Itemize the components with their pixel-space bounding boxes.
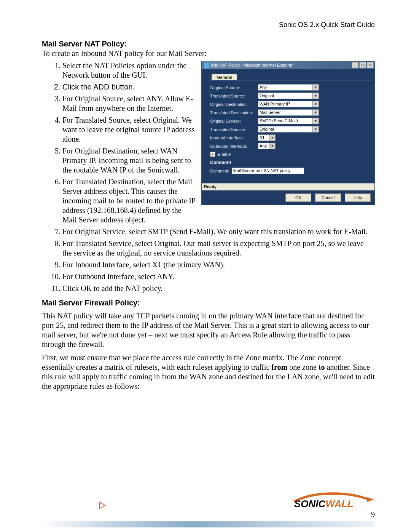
label-original-service: Original Service: <box>210 119 258 123</box>
value-outbound-interface: Any <box>258 143 269 149</box>
status-bar: Ready <box>202 183 374 190</box>
chevron-down-icon: ▼ <box>312 93 319 99</box>
doc-header: Sonic OS 2.x Quick Start Guide <box>42 21 375 29</box>
chevron-down-icon: ▼ <box>312 126 319 132</box>
decorative-gradient-bar <box>42 521 375 527</box>
page-number: 9 <box>42 510 375 519</box>
value-original-source: Any <box>258 85 312 90</box>
value-translated-destination: Mail Server <box>258 110 312 115</box>
ie-icon <box>203 62 209 68</box>
minimize-button[interactable]: _ <box>352 62 358 68</box>
section-heading-nat: Mail Server NAT Policy: <box>42 40 375 48</box>
select-translated-destination[interactable]: Mail Server ▼ <box>258 109 319 116</box>
value-translated-source: Original <box>258 93 312 99</box>
nat-policy-dialog: Add NAT Policy - Microsoft Internet Expl… <box>201 61 375 205</box>
chevron-down-icon: ▼ <box>312 85 319 90</box>
firewall-para-2: First, we must ensure that we place the … <box>42 353 375 391</box>
value-translated-service: Original <box>258 126 312 132</box>
dialog-title: Add NAT Policy - Microsoft Internet Expl… <box>211 63 351 67</box>
select-outbound-interface[interactable]: Any ▼ <box>258 143 276 149</box>
label-enable: Enable <box>218 152 231 157</box>
ok-button[interactable]: OK <box>285 193 311 202</box>
fw-p2-from: from <box>271 363 287 371</box>
label-original-source: Original Source: <box>210 85 258 90</box>
select-original-service[interactable]: SMTP (Send E-Mail) ▼ <box>258 118 319 124</box>
label-outbound-interface: Outbound Interface: <box>210 144 258 149</box>
help-button[interactable]: Help <box>345 193 371 202</box>
label-translated-source: Translated Source: <box>210 94 258 98</box>
maximize-button[interactable]: ▢ <box>359 62 366 68</box>
label-comment: Comment: <box>210 169 229 173</box>
value-original-destination: WAN Primary IP <box>258 101 312 107</box>
checkbox-enable[interactable]: ✔ <box>210 152 215 157</box>
select-original-destination[interactable]: WAN Primary IP ▼ <box>258 101 319 107</box>
cancel-button[interactable]: Cancel <box>315 193 341 202</box>
logo-text-wall: WALL <box>325 498 354 510</box>
chevron-down-icon: ▼ <box>312 110 319 115</box>
label-translated-destination: Translated Destination: <box>210 110 258 115</box>
select-inbound-interface[interactable]: X1 ▼ <box>258 134 276 141</box>
step-9: For Inbound Interface, select X1 (the pr… <box>62 260 375 270</box>
value-original-service: SMTP (Send E-Mail) <box>258 118 312 124</box>
label-translated-service: Translated Service: <box>210 127 258 132</box>
value-inbound-interface: X1 <box>258 135 269 141</box>
select-translated-service[interactable]: Original ▼ <box>258 126 319 133</box>
logo-text-sonic: SONIC <box>294 498 326 510</box>
close-button[interactable]: ✕ <box>367 62 374 68</box>
chevron-down-icon: ▼ <box>312 118 319 124</box>
comment-heading: Comment <box>210 160 370 165</box>
step-11: Click OK to add the NAT policy. <box>62 284 375 293</box>
svg-text:SONICWALL: SONICWALL <box>294 498 354 510</box>
label-inbound-interface: Inbound Interface: <box>210 136 258 140</box>
nat-intro: To create an Inbound NAT policy for our … <box>42 49 375 58</box>
firewall-para-1: This NAT policy will take any TCP packet… <box>42 311 375 349</box>
step-10: For Outbound Interface, select ANY. <box>62 272 375 281</box>
sonicwall-logo: SONICWALL <box>291 488 375 510</box>
section-heading-firewall: Mail Server Firewall Policy: <box>42 299 375 307</box>
select-translated-source[interactable]: Original ▼ <box>258 93 319 99</box>
fw-p2-c: one zone <box>287 363 319 371</box>
fw-p2-to: to <box>319 363 325 371</box>
label-original-destination: Original Destination: <box>210 102 258 107</box>
chevron-down-icon: ▼ <box>312 101 319 107</box>
dialog-titlebar: Add NAT Policy - Microsoft Internet Expl… <box>202 61 374 69</box>
step-8: For Translated Service, select Original.… <box>62 239 375 258</box>
input-comment[interactable]: Mail Server on LAN NAT policy <box>232 168 304 174</box>
chevron-down-icon: ▼ <box>269 143 275 149</box>
svg-marker-1 <box>367 497 374 502</box>
step-7: For Original Service, select SMTP (Send … <box>62 227 375 236</box>
tab-general[interactable]: General <box>212 74 237 80</box>
select-original-source[interactable]: Any ▼ <box>258 84 319 91</box>
chevron-down-icon: ▼ <box>269 135 275 141</box>
